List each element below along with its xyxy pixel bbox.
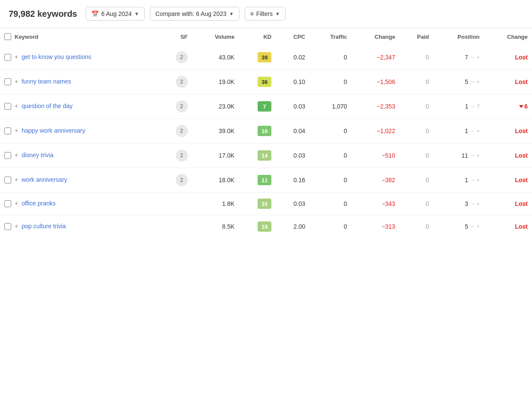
- kd-badge: 36: [258, 77, 271, 87]
- row-checkbox[interactable]: [4, 78, 11, 85]
- position-from: 5: [465, 78, 468, 85]
- kd-cell: 39: [239, 45, 276, 70]
- kd-cell: 14: [239, 143, 276, 168]
- table-row: + work anniversary 218.0K110.160−3820 1 …: [0, 168, 532, 193]
- keyword-cell: + work anniversary: [0, 168, 158, 193]
- sf-cell: [158, 193, 192, 215]
- col-header-paid[interactable]: Paid: [399, 28, 433, 45]
- position-from: 5: [465, 223, 468, 230]
- col-header-volume[interactable]: Volume: [192, 28, 239, 45]
- arrow-icon: →: [470, 201, 475, 207]
- col-header-kd[interactable]: KD: [239, 28, 276, 45]
- lost-badge: Lost: [515, 78, 528, 85]
- position-cell: 1 → 7: [433, 94, 484, 119]
- keyword-cell: + get to know you questions: [0, 45, 158, 70]
- add-button[interactable]: +: [15, 103, 18, 109]
- keyword-link[interactable]: happy work anniversary: [22, 127, 85, 135]
- keyword-link[interactable]: disney trivia: [22, 151, 53, 160]
- row-checkbox[interactable]: [4, 54, 11, 61]
- lost-badge: Lost: [515, 223, 528, 230]
- traffic-cell: 0: [309, 119, 351, 143]
- col-header-change2[interactable]: Change: [484, 28, 532, 45]
- traffic-cell: 0: [309, 215, 351, 238]
- row-checkbox[interactable]: [4, 127, 11, 134]
- paid-cell: 0: [399, 193, 433, 215]
- keyword-cell: + funny team names: [0, 70, 158, 94]
- compare-button[interactable]: Compare with: 6 Aug 2023 ▼: [150, 7, 240, 21]
- add-button[interactable]: +: [15, 223, 18, 230]
- keyword-link[interactable]: funny team names: [22, 78, 71, 86]
- position-from: 3: [465, 200, 468, 207]
- kd-badge: 39: [258, 52, 271, 62]
- lost-badge: Lost: [515, 127, 528, 134]
- change-cell: −382: [352, 168, 400, 193]
- keywords-count: 79,982 keywords: [9, 9, 77, 19]
- sf-cell: 2: [158, 119, 192, 143]
- add-button[interactable]: +: [15, 78, 18, 85]
- cpc-cell: 0.02: [276, 45, 309, 70]
- keyword-link[interactable]: get to know you questions: [22, 53, 91, 62]
- sf-badge: 2: [176, 76, 188, 88]
- change2-cell: Lost: [484, 45, 532, 70]
- cpc-cell: 0.04: [276, 119, 309, 143]
- date-button[interactable]: 📅 6 Aug 2024 ▼: [86, 7, 145, 21]
- change2-cell: Lost: [484, 119, 532, 143]
- kd-badge: 10: [258, 126, 271, 136]
- col-header-position[interactable]: Position: [433, 28, 484, 45]
- change2-cell: Lost: [484, 70, 532, 94]
- change-cell: −313: [352, 215, 400, 238]
- add-button[interactable]: +: [15, 200, 18, 207]
- traffic-cell: 0: [309, 193, 351, 215]
- keyword-link[interactable]: question of the day: [22, 102, 72, 111]
- traffic-cell: 1,070: [309, 94, 351, 119]
- keywords-table-container: Keyword SF Volume KD CPC Traffic Change …: [0, 28, 532, 238]
- keyword-link[interactable]: pop culture trivia: [22, 222, 66, 231]
- arrow-icon: →: [470, 152, 475, 158]
- row-checkbox[interactable]: [4, 103, 11, 110]
- row-checkbox[interactable]: [4, 223, 11, 230]
- position-from: 1: [465, 127, 468, 134]
- volume-cell: 43.0K: [192, 45, 239, 70]
- filters-label: Filters: [256, 10, 273, 17]
- col-header-keyword[interactable]: Keyword: [0, 28, 158, 45]
- sf-cell: 2: [158, 143, 192, 168]
- traffic-cell: 0: [309, 45, 351, 70]
- position-from: 11: [461, 152, 468, 159]
- add-button[interactable]: +: [15, 127, 18, 134]
- position-to: ×: [477, 201, 479, 206]
- chevron-down-icon: ▼: [134, 11, 139, 16]
- change-cell: −510: [352, 143, 400, 168]
- position-cell: 5 → ×: [433, 70, 484, 94]
- select-all-checkbox[interactable]: [4, 33, 11, 40]
- sf-badge: 2: [176, 149, 188, 162]
- cpc-cell: 0.03: [276, 94, 309, 119]
- col-header-traffic[interactable]: Traffic: [309, 28, 351, 45]
- col-header-change[interactable]: Change: [352, 28, 400, 45]
- position-to: ×: [477, 177, 479, 183]
- compare-label: Compare with: 6 Aug 2023: [156, 10, 227, 17]
- sf-cell: 2: [158, 70, 192, 94]
- keyword-link[interactable]: office pranks: [22, 199, 56, 208]
- paid-cell: 0: [399, 215, 433, 238]
- keyword-cell: + happy work anniversary: [0, 119, 158, 143]
- sf-cell: 2: [158, 168, 192, 193]
- keyword-link[interactable]: work anniversary: [22, 176, 67, 184]
- volume-cell: 19.0K: [192, 70, 239, 94]
- filters-button[interactable]: ≡ Filters ▼: [245, 7, 286, 21]
- col-header-cpc[interactable]: CPC: [276, 28, 309, 45]
- add-button[interactable]: +: [15, 176, 18, 183]
- position-to: ×: [477, 224, 479, 229]
- add-button[interactable]: +: [15, 152, 18, 158]
- position-cell: 1 → ×: [433, 168, 484, 193]
- change2-cell: Lost: [484, 143, 532, 168]
- keyword-cell: + disney trivia: [0, 143, 158, 168]
- add-button[interactable]: +: [15, 53, 18, 60]
- lost-badge: Lost: [515, 177, 528, 183]
- row-checkbox[interactable]: [4, 177, 11, 183]
- cpc-cell: 0.03: [276, 193, 309, 215]
- row-checkbox[interactable]: [4, 200, 11, 207]
- row-checkbox[interactable]: [4, 152, 11, 159]
- col-header-sf[interactable]: SF: [158, 28, 192, 45]
- change-cell: −1,506: [352, 70, 400, 94]
- chevron-down-icon: ▼: [275, 11, 280, 16]
